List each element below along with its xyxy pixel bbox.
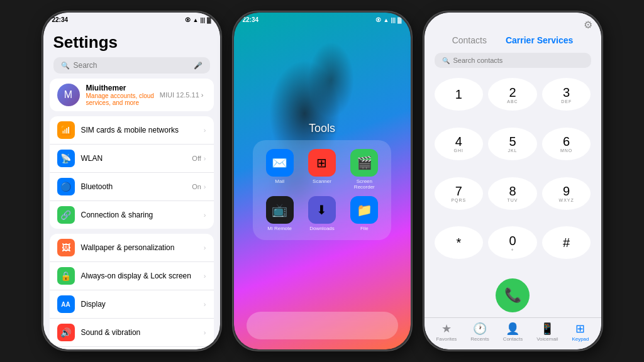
settings-item-display[interactable]: AA Display › — [50, 290, 214, 319]
lockscreen-label: Always-on display & Lock screen — [81, 272, 204, 280]
wallpaper-content: Wallpaper & personalization — [81, 243, 204, 252]
dialer-tabs: Contacts Carrier Services — [425, 13, 601, 50]
settings-item-sim[interactable]: 📶 SIM cards & mobile networks › — [50, 116, 214, 145]
key-5[interactable]: 5 JKL — [488, 128, 537, 160]
key-2-alpha: ABC — [507, 99, 518, 104]
tv-label: Mi Remote — [267, 226, 292, 231]
dock-bar — [247, 312, 398, 339]
nav-recents[interactable]: 🕐 Recents — [470, 322, 489, 342]
key-0-alpha: + — [511, 248, 514, 252]
app-scanner[interactable]: ⊞ Scanner — [304, 149, 340, 190]
recents-label: Recents — [470, 336, 489, 342]
call-button-row: 📞 — [425, 276, 601, 317]
recorder-label: Screen Recorder — [347, 178, 382, 190]
settings-item-connection[interactable]: 🔗 Connection & sharing › — [50, 201, 214, 229]
settings-group-network: 📶 SIM cards & mobile networks › 📡 WLAN O… — [50, 116, 214, 229]
key-0[interactable]: 0 + — [488, 226, 537, 259]
search-input[interactable] — [74, 61, 190, 70]
sound-content: Sound & vibration — [81, 328, 204, 337]
app-recorder[interactable]: 🎬 Screen Recorder — [347, 149, 382, 190]
search-icon: 🔍 — [61, 62, 70, 70]
key-star-num: * — [456, 236, 461, 250]
wlan-icon: 📡 — [57, 150, 75, 167]
display-chevron: › — [204, 300, 206, 308]
favorites-label: Favorites — [436, 336, 457, 342]
key-hash-num: # — [563, 236, 570, 250]
key-4[interactable]: 4 GHI — [435, 128, 484, 160]
key-8-num: 8 — [509, 184, 516, 198]
folder-container[interactable]: ✉️ Mail ⊞ Scanner 🎬 Screen Recorder 📺 — [253, 140, 391, 240]
key-7[interactable]: 7 PQRS — [435, 177, 484, 210]
settings-item-wlan[interactable]: 📡 WLAN Off › — [50, 145, 214, 173]
downloads-icon: ⬇ — [308, 196, 336, 224]
settings-item-notifications[interactable]: 🔔 Notifications & Control center › — [50, 347, 214, 349]
account-sub: Manage accounts, cloud services, and mor… — [86, 92, 160, 106]
phone-dialer: ⚙ Contacts Carrier Services 🔍 1 2 ABC 3 … — [423, 11, 602, 351]
status-time-2: 22:34 — [243, 16, 259, 23]
wallpaper-label: Wallpaper & personalization — [81, 243, 204, 252]
tv-icon: 📺 — [266, 196, 294, 224]
wlan-value: Off — [192, 155, 201, 162]
key-4-num: 4 — [455, 134, 462, 148]
key-9[interactable]: 9 WXYZ — [542, 177, 591, 210]
account-info: Miuithemer Manage accounts, cloud servic… — [86, 84, 160, 106]
gear-icon[interactable]: ⚙ — [584, 19, 592, 31]
account-avatar: M — [57, 84, 80, 106]
app-downloads[interactable]: ⬇ Downloads — [304, 196, 340, 231]
app-tv[interactable]: 📺 Mi Remote — [262, 196, 297, 231]
recents-icon: 🕐 — [473, 322, 487, 336]
app-mail[interactable]: ✉️ Mail — [262, 149, 297, 190]
voicemail-icon: 📱 — [540, 322, 554, 336]
key-1[interactable]: 1 — [435, 78, 484, 111]
nav-keypad[interactable]: ⊞ Keypad — [572, 322, 589, 342]
keypad-icon: ⊞ — [575, 322, 585, 336]
app-file[interactable]: 📁 File — [347, 196, 382, 231]
sim-content: SIM cards & mobile networks — [81, 126, 204, 134]
nav-favorites[interactable]: ★ Favorites — [436, 322, 457, 342]
dialer-screen: ⚙ Contacts Carrier Services 🔍 1 2 ABC 3 … — [425, 13, 601, 349]
settings-title: Settings — [53, 33, 210, 52]
mail-icon: ✉️ — [266, 149, 294, 177]
app-grid: ✉️ Mail ⊞ Scanner 🎬 Screen Recorder 📺 — [262, 149, 382, 231]
sound-chevron: › — [204, 329, 206, 336]
folder-widget: Tools ✉️ Mail ⊞ Scanner 🎬 Screen Recorde… — [253, 122, 391, 240]
key-6[interactable]: 6 MNO — [542, 128, 591, 160]
settings-item-bluetooth[interactable]: 🔵 Bluetooth On › — [50, 173, 214, 201]
key-8-alpha: TUV — [507, 198, 518, 202]
key-8[interactable]: 8 TUV — [488, 177, 537, 210]
key-star[interactable]: * — [435, 226, 484, 259]
wifi-icon: ||| — [200, 17, 205, 23]
key-2[interactable]: 2 ABC — [488, 78, 537, 111]
connection-chevron: › — [204, 211, 206, 219]
bluetooth-value: On — [192, 183, 201, 190]
nav-voicemail[interactable]: 📱 Voicemail — [536, 322, 558, 342]
key-2-num: 2 — [509, 85, 516, 99]
tab-contacts[interactable]: Contacts — [452, 35, 487, 45]
nav-contacts[interactable]: 👤 Contacts — [503, 322, 523, 342]
contacts-icon: 👤 — [506, 322, 519, 336]
settings-item-sound[interactable]: 🔊 Sound & vibration › — [50, 319, 214, 347]
tab-carrier-services[interactable]: Carrier Services — [506, 35, 573, 45]
key-3[interactable]: 3 DEF — [542, 78, 591, 111]
bt-icon: ⦿ — [375, 17, 381, 23]
sound-label: Sound & vibration — [81, 328, 204, 337]
dialer-search-bar[interactable]: 🔍 — [435, 53, 591, 68]
wlan-content: WLAN — [81, 154, 192, 163]
contacts-search-input[interactable] — [453, 57, 540, 64]
keypad: 1 2 ABC 3 DEF 4 GHI 5 JKL 6 MNO — [425, 73, 601, 276]
display-content: Display — [81, 300, 204, 309]
settings-item-wallpaper[interactable]: 🖼 Wallpaper & personalization › — [50, 234, 214, 262]
status-bar-settings: 22:34 ⦿ ▲ ||| ▓ — [43, 13, 220, 25]
key-7-num: 7 — [455, 184, 462, 198]
search-bar[interactable]: 🔍 🎤 — [53, 57, 210, 74]
key-hash[interactable]: # — [542, 226, 591, 259]
search-icon-dialer: 🔍 — [442, 57, 450, 64]
call-icon: 📞 — [504, 287, 521, 304]
wifi-icon-2: ||| — [391, 17, 396, 23]
key-6-num: 6 — [563, 134, 570, 148]
mail-label: Mail — [275, 178, 284, 184]
signal-icon: ▲ — [192, 17, 198, 23]
account-row[interactable]: M Miuithemer Manage accounts, cloud serv… — [50, 79, 214, 111]
settings-item-lockscreen[interactable]: 🔒 Always-on display & Lock screen › — [50, 262, 214, 290]
call-button[interactable]: 📞 — [496, 278, 530, 312]
